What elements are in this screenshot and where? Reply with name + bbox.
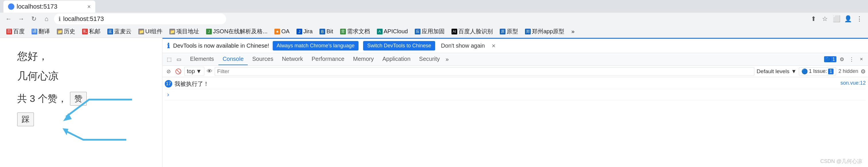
log-source-link[interactable]: son.vue:12 [840,80,866,86]
address-text: localhost:5173 [63,15,104,23]
switch-to-chinese-button[interactable]: Switch DevTools to Chinese [363,41,435,51]
reload-icon: ↻ [31,15,36,23]
bookmark-hardening[interactable]: 应 应用加固 [412,26,447,36]
bookmark-jira[interactable]: J Jira [293,27,315,36]
browser-tab[interactable]: localhost:5173 × [3,1,95,12]
address-bar[interactable]: ℹ localhost:5173 [54,13,226,24]
console-clear-icon[interactable]: 🚫 [175,68,182,75]
bookmark-favicon: 译 [32,29,37,34]
bookmark-favicon: 蓝 [107,29,113,34]
bookmark-favicon: A [377,29,383,34]
more-tabs-icon[interactable]: » [445,56,448,63]
bookmark-favicon: J [206,29,212,34]
bookmark-favicon: AI [452,29,457,34]
bookmark-email[interactable]: 私 私邮 [79,26,103,36]
console-context-selector[interactable]: top ▼ [184,67,205,76]
devtools-more-icon[interactable]: ⋮ [847,55,856,64]
console-eye-icon[interactable]: 👁 [207,68,212,75]
bookmark-label: APICloud [384,28,408,35]
tab-memory[interactable]: Memory [349,54,378,65]
default-levels-label: Default levels [756,68,789,75]
select-element-icon[interactable]: ⬚ [165,55,174,64]
bookmark-translate[interactable]: 译 翻译 [29,26,53,36]
kick-button[interactable]: 踩 [17,112,34,126]
tab-application[interactable]: Application [378,54,414,65]
bookmark-label: 项目地址 [176,28,199,35]
bookmark-label: Jira [303,28,313,35]
devtools-tabs: ⬚ ▭ Elements Console Sources Network Per… [162,53,868,66]
profile-icon[interactable]: 👤 [843,14,853,24]
page-greeting: 您好， [17,49,145,63]
bookmark-apicloud[interactable]: A APICloud [374,27,411,36]
default-levels-selector[interactable]: Default levels ▼ [756,68,797,75]
bookmark-favicon: 需 [340,29,346,34]
forward-button[interactable]: → [16,14,26,24]
bookmark-label: 百度人脸识别 [458,28,493,35]
menu-icon[interactable]: ⋮ [854,14,865,24]
tab-title: localhost:5173 [17,3,57,10]
home-button[interactable]: ⌂ [41,14,52,24]
console-settings-icon[interactable]: ⚙ [861,68,866,75]
bookmark-label: OA [281,28,290,35]
back-button[interactable]: ← [3,14,14,24]
bookmark-favicon: J [297,29,302,34]
console-log-item: 17 我被执行了！ son.vue:12 [165,79,866,89]
page-name: 几何心凉 [17,69,145,83]
info-icon: ℹ [59,15,61,22]
bookmarks-more[interactable]: » [568,27,577,36]
bookmark-lanmai[interactable]: 蓝 蓝麦云 [104,26,134,36]
match-language-button[interactable]: Always match Chrome's language [273,41,359,51]
tab-performance[interactable]: Performance [308,54,349,65]
bookmark-bit[interactable]: B Bit [317,27,336,36]
console-stop-icon[interactable]: ⊘ [165,68,172,75]
issues-badge[interactable]: 🔵 1 Issue: 1 [799,67,836,75]
home-icon: ⌂ [44,15,48,23]
info-icon: ℹ [167,42,169,50]
console-filter-input[interactable] [215,67,754,76]
share-icon[interactable]: ⬆ [808,14,818,24]
bookmark-favicon: 📁 [138,29,144,34]
bookmark-prototype[interactable]: 原 原型 [497,26,521,36]
bookmark-project[interactable]: 📁 项目地址 [166,26,202,36]
settings-icon[interactable]: ⚙ [838,55,846,64]
hidden-count: 2 hidden [838,68,858,74]
device-toggle-icon[interactable]: ▭ [175,55,183,64]
tab-close-btn[interactable]: × [87,3,91,10]
bookmark-oa[interactable]: ★ OA [272,27,292,36]
bookmark-zz-prototype[interactable]: 郑 郑州app原型 [522,26,567,36]
star-icon[interactable]: ☆ [820,14,830,24]
bookmark-requirements[interactable]: 需 需求文档 [337,26,373,36]
bookmark-favicon: 私 [82,29,88,34]
tab-sources[interactable]: Sources [248,54,277,65]
forward-icon: → [18,15,24,23]
tab-console[interactable]: Console [218,54,247,65]
console-badge: 🔵 1 [824,56,836,62]
notification-close-button[interactable]: × [492,42,495,49]
tab-elements[interactable]: Elements [186,54,218,65]
bookmark-history[interactable]: 📁 历史 [54,26,78,36]
tab-network[interactable]: Network [278,54,307,65]
issues-count: 1 [828,69,834,74]
reload-button[interactable]: ↻ [29,14,39,24]
window-icon[interactable]: ⬜ [831,14,842,24]
bookmark-ui[interactable]: 📁 UI组件 [135,26,165,36]
bookmark-favicon: 百 [6,29,12,34]
bookmark-label: 原型 [507,28,518,35]
bookmark-face[interactable]: AI 百度人脸识别 [448,26,496,36]
bookmark-favicon: 原 [500,29,505,34]
bookmark-baidu[interactable]: 百 百度 [3,26,28,36]
arrows-decoration [37,94,135,145]
bookmark-label: 蓝麦云 [114,28,131,35]
devtools-console-bar: ⊘ 🚫 top ▼ 👁 Default levels ▼ 🔵 1 Issue: … [162,66,868,77]
expand-icon[interactable]: › [165,90,172,99]
dont-show-again-link[interactable]: Don't show again [441,42,485,49]
close-devtools-icon[interactable]: × [857,55,866,64]
log-text: 我被执行了！ [175,80,209,88]
devtools-output: 17 我被执行了！ son.vue:12 › [162,77,868,167]
top-label: top [187,68,195,75]
tab-security[interactable]: Security [415,54,444,65]
issues-label: 1 Issue: [809,68,827,74]
bookmark-favicon: ★ [274,29,280,34]
bookmark-json[interactable]: J JSON在线解析及格... [203,26,270,36]
bookmark-label: 应用加固 [422,28,445,35]
